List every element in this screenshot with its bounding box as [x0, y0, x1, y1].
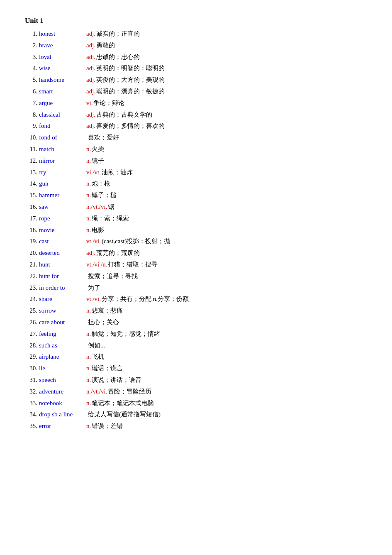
item-meaning: 诚实的；正直的: [96, 29, 140, 39]
item-word: lie: [39, 363, 85, 374]
item-meaning: 勇敢的: [96, 40, 115, 51]
item-number: 34.: [25, 409, 37, 420]
item-pos: n.: [86, 156, 91, 166]
vocab-list: 1.honestadj.诚实的；正直的2.braveadj.勇敢的3.loyal…: [25, 28, 367, 432]
item-pos: n.: [86, 375, 91, 386]
item-number: 11.: [25, 144, 37, 155]
item-pos: adj.: [86, 86, 95, 97]
item-number: 9.: [25, 121, 37, 132]
item-number: 14.: [25, 178, 37, 189]
item-word: fry: [39, 167, 85, 178]
item-word: honest: [39, 29, 85, 39]
item-word: deserted: [39, 248, 85, 259]
item-number: 4.: [25, 63, 37, 74]
item-number: 1.: [25, 29, 37, 39]
item-number: 16.: [25, 202, 37, 213]
item-meaning: 忠诚的；忠心的: [96, 52, 140, 63]
item-number: 5.: [25, 75, 37, 86]
item-number: 18.: [25, 225, 37, 236]
item-word: loyal: [39, 52, 85, 63]
item-number: 24.: [25, 294, 37, 305]
item-number: 26.: [25, 317, 37, 328]
item-pos: vt./vi.: [86, 236, 101, 247]
list-item: 17.ropen.绳；索；绳索: [25, 213, 367, 225]
item-word: handsome: [39, 75, 85, 86]
item-number: 7.: [25, 98, 37, 109]
item-number: 2.: [25, 40, 37, 51]
item-word: mirror: [39, 156, 85, 166]
item-number: 10.: [25, 132, 37, 143]
item-word: cast: [39, 236, 85, 247]
list-item: 5.handsomeadj.英俊的；大方的；美观的: [25, 74, 367, 86]
item-meaning: 锯: [108, 202, 114, 213]
list-item: 19.castvt./vi.(cast,cast)投掷；投射；抛: [25, 236, 367, 247]
list-item: 1.honestadj.诚实的；正直的: [25, 28, 367, 40]
item-number: 31.: [25, 375, 37, 386]
item-number: 29.: [25, 352, 37, 362]
item-number: 8.: [25, 110, 37, 120]
item-word: notebook: [39, 398, 85, 409]
item-number: 25.: [25, 306, 37, 316]
list-item: 22.hunt for搜索；追寻；寻找: [25, 271, 367, 282]
list-item: 12.mirrorn.镜子: [25, 155, 367, 167]
item-meaning: 镜子: [92, 156, 104, 166]
item-meaning: 分享；共有；分配 n.分享；份额: [102, 294, 189, 305]
item-meaning: 给某人写信(通常指写短信): [88, 409, 161, 420]
item-number: 19.: [25, 236, 37, 247]
item-number: 20.: [25, 248, 37, 259]
item-meaning: 油煎；油炸: [102, 167, 133, 178]
item-meaning: 荒芜的；荒废的: [96, 248, 140, 259]
item-meaning: 悲哀；悲痛: [92, 306, 123, 316]
item-meaning: 争论；辩论: [93, 98, 124, 109]
list-item: 8.classicaladj.古典的；古典文学的: [25, 109, 367, 121]
item-number: 30.: [25, 363, 37, 374]
list-item: 18.movien.电影: [25, 225, 367, 236]
item-word: wise: [39, 63, 85, 74]
list-item: 9.fondadj.喜爱的；多情的；喜欢的: [25, 120, 367, 132]
item-word: brave: [39, 40, 85, 51]
item-number: 15.: [25, 190, 37, 201]
item-pos: adj.: [86, 248, 95, 259]
item-number: 12.: [25, 156, 37, 166]
item-word: adventure: [39, 386, 85, 397]
item-word: fond of: [39, 132, 85, 143]
item-word: sorrow: [39, 306, 85, 316]
item-meaning: 英明的；明智的；聪明的: [96, 63, 165, 74]
list-item: 26.care about担心；关心: [25, 317, 367, 328]
item-pos: vi./vt.: [86, 167, 101, 178]
item-word: such as: [39, 340, 85, 351]
list-item: 21.huntvt./vi./n.打猎；猎取；搜寻: [25, 259, 367, 271]
item-number: 13.: [25, 167, 37, 178]
list-item: 23.in order to为了: [25, 282, 367, 294]
item-number: 32.: [25, 386, 37, 397]
item-pos: n.: [86, 306, 91, 316]
list-item: 32.adventuren./vt./vi.冒险；冒险经历: [25, 386, 367, 398]
list-item: 7.arguevi.争论；辩论: [25, 98, 367, 109]
item-word: error: [39, 421, 85, 432]
item-meaning: 谎话；谎言: [92, 363, 123, 374]
item-number: 23.: [25, 283, 37, 293]
item-number: 21.: [25, 259, 37, 270]
item-pos: n.: [86, 363, 91, 374]
list-item: 14.gunn.炮；枪: [25, 178, 367, 190]
item-meaning: 错误；差错: [92, 421, 123, 432]
list-item: 35.errorn.错误；差错: [25, 421, 367, 432]
item-pos: n.: [86, 329, 91, 340]
item-pos: n.: [86, 144, 91, 155]
item-meaning: 触觉；知觉；感觉；情绪: [92, 329, 160, 340]
list-item: 3.loyaladj.忠诚的；忠心的: [25, 51, 367, 63]
item-pos: adj.: [86, 110, 95, 120]
item-word: smart: [39, 86, 85, 97]
item-pos: vt./vi.: [86, 294, 101, 305]
item-meaning: 喜爱的；多情的；喜欢的: [96, 121, 165, 132]
list-item: 11.matchn.火柴: [25, 144, 367, 155]
item-word: argue: [39, 98, 85, 109]
item-pos: n.: [86, 178, 91, 189]
item-meaning: 英俊的；大方的；美观的: [96, 75, 165, 86]
item-pos: adj.: [86, 40, 95, 51]
list-item: 16.sawn./vt./vi.锯: [25, 201, 367, 213]
item-meaning: 演说；讲话；语音: [92, 375, 141, 386]
list-item: 34.drop sb a line给某人写信(通常指写短信): [25, 409, 367, 421]
item-pos: n.: [86, 352, 91, 362]
item-word: classical: [39, 110, 85, 120]
